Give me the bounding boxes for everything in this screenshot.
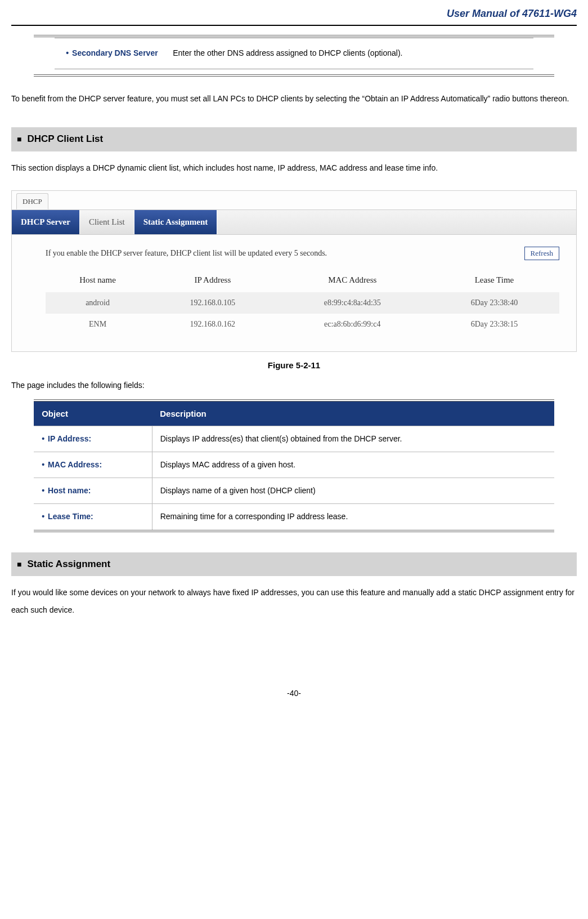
bullet-icon: •: [42, 434, 44, 443]
fields-desc: Displays name of a given host (DHCP clie…: [152, 478, 554, 504]
fields-object: Host name:: [48, 486, 91, 495]
param-table-wrapper: •Secondary DNS Server Enter the other DN…: [34, 35, 554, 76]
cell-mac: e8:99:c4:8a:4d:35: [276, 292, 429, 313]
figure-caption: Figure 5-2-11: [11, 358, 577, 373]
tab-dhcp-server[interactable]: DHCP Server: [12, 210, 80, 234]
table-row: android 192.168.0.105 e8:99:c4:8a:4d:35 …: [46, 292, 559, 313]
section-heading-dhcp-client-list: ■DHCP Client List: [11, 127, 577, 151]
col-ip: IP Address: [150, 268, 276, 292]
fields-object-cell: •IP Address:: [34, 426, 152, 452]
screenshot-body: If you enable the DHCP server feature, D…: [12, 235, 576, 351]
fields-row: •Lease Time: Remaining time for a corres…: [34, 504, 554, 530]
cell-host: ENM: [46, 314, 150, 334]
page-header-title: User Manual of 47611-WG4: [11, 0, 577, 25]
tab-client-list[interactable]: Client List: [80, 210, 134, 234]
bullet-icon: •: [42, 460, 44, 469]
bullet-icon: •: [42, 486, 44, 495]
square-bullet-icon: ■: [17, 135, 21, 144]
fields-row: •IP Address: Displays IP address(es) tha…: [34, 426, 554, 452]
param-label-cell: •Secondary DNS Server: [55, 38, 167, 69]
param-desc: Enter the other DNS address assigned to …: [167, 38, 533, 69]
col-mac: MAC Address: [276, 268, 429, 292]
fields-head-desc: Description: [152, 401, 554, 426]
tab-row: DHCP Server Client List Static Assignmen…: [12, 209, 576, 235]
cell-ip: 192.168.0.162: [150, 314, 276, 334]
fields-object: Lease Time:: [48, 512, 93, 521]
client-list-table: Host name IP Address MAC Address Lease T…: [46, 268, 559, 334]
fields-object: IP Address:: [48, 434, 91, 443]
tab-static-assignment[interactable]: Static Assignment: [134, 210, 218, 234]
cell-host: android: [46, 292, 150, 313]
section-heading-text: DHCP Client List: [27, 133, 103, 144]
section-heading-static-assignment: ■Static Assignment: [11, 552, 577, 577]
fields-object: MAC Address:: [48, 460, 102, 469]
fields-intro: The page includes the following fields:: [11, 378, 577, 392]
param-table: •Secondary DNS Server Enter the other DN…: [55, 38, 533, 69]
page-number: -40-: [11, 686, 577, 701]
header-rule: [11, 25, 577, 26]
square-bullet-icon: ■: [17, 560, 21, 569]
note-row: If you enable the DHCP server feature, D…: [46, 246, 559, 260]
client-list-header-row: Host name IP Address MAC Address Lease T…: [46, 268, 559, 292]
fields-row: •MAC Address: Displays MAC address of a …: [34, 452, 554, 478]
breadcrumb-dhcp: DHCP: [16, 193, 48, 209]
col-hostname: Host name: [46, 268, 150, 292]
fields-object-cell: •MAC Address:: [34, 452, 152, 478]
screenshot-figure: DHCP DHCP Server Client List Static Assi…: [11, 190, 577, 352]
section-heading-text: Static Assignment: [27, 559, 110, 569]
bullet-icon: •: [42, 512, 44, 521]
cell-mac: ec:a8:6b:d6:99:c4: [276, 314, 429, 334]
cell-ip: 192.168.0.105: [150, 292, 276, 313]
fields-table-wrap: Object Description •IP Address: Displays…: [34, 399, 554, 532]
param-label: Secondary DNS Server: [72, 48, 158, 57]
dhcp-client-list-intro: This section displays a DHCP dynamic cli…: [11, 159, 577, 177]
param-row: •Secondary DNS Server Enter the other DN…: [55, 38, 533, 69]
cell-lease: 6Day 23:38:40: [429, 292, 559, 313]
col-lease: Lease Time: [429, 268, 559, 292]
fields-header-row: Object Description: [34, 401, 554, 426]
fields-row: •Host name: Displays name of a given hos…: [34, 478, 554, 504]
table-row: ENM 192.168.0.162 ec:a8:6b:d6:99:c4 6Day…: [46, 314, 559, 334]
fields-object-cell: •Host name:: [34, 478, 152, 504]
paragraph-dhcp-note: To benefit from the DHCP server feature,…: [11, 90, 577, 108]
fields-head-object: Object: [34, 401, 152, 426]
fields-object-cell: •Lease Time:: [34, 504, 152, 530]
cell-lease: 6Day 23:38:15: [429, 314, 559, 334]
bullet-icon: •: [66, 48, 69, 57]
refresh-note: If you enable the DHCP server feature, D…: [46, 246, 327, 260]
fields-table: Object Description •IP Address: Displays…: [34, 401, 554, 530]
fields-desc: Displays MAC address of a given host.: [152, 452, 554, 478]
fields-desc: Remaining time for a corresponding IP ad…: [152, 504, 554, 530]
fields-desc: Displays IP address(es) that client(s) o…: [152, 426, 554, 452]
screenshot-top: DHCP: [12, 191, 576, 209]
static-assignment-intro: If you would like some devices on your n…: [11, 584, 577, 619]
refresh-button[interactable]: Refresh: [524, 247, 559, 260]
